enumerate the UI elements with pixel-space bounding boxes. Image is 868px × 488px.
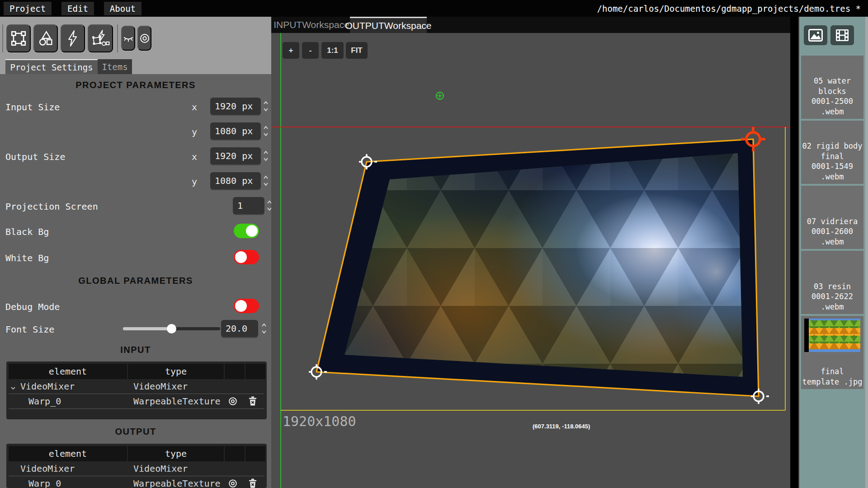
heading-input: INPUT — [0, 345, 271, 355]
workspace-area: INPUTWorkspace OUTPUTWorkspace — [271, 17, 790, 488]
transform-tool-button[interactable] — [6, 24, 31, 52]
output-size-y-field[interactable]: 1080 px — [210, 172, 261, 189]
visibility-eye-icon[interactable] — [228, 479, 238, 488]
media-thumbnail — [804, 319, 860, 352]
media-panel: 05 water blocks 0001-2500 .webm 02 rigid… — [798, 17, 868, 488]
white-bg-toggle[interactable] — [234, 250, 259, 264]
film-strip-icon — [835, 29, 849, 42]
output-size-label: Output Size — [5, 151, 65, 162]
collapse-chevron-icon[interactable] — [10, 385, 16, 391]
warp-effects-tool-button[interactable] — [88, 24, 113, 52]
projection-screen-field[interactable]: 1 — [233, 197, 264, 214]
input-size-x-spinner[interactable] — [263, 99, 269, 113]
output-size-x-spinner[interactable] — [263, 149, 269, 163]
warp-effects-icon — [90, 29, 110, 48]
table-header-row: element type — [9, 364, 264, 379]
zoom-out-button[interactable]: - — [302, 42, 319, 59]
font-size-spinner[interactable] — [261, 322, 267, 335]
shapes-tool-button[interactable] — [33, 24, 58, 52]
column-header-element: element — [9, 446, 127, 461]
font-size-slider-filled[interactable] — [123, 327, 171, 330]
cursor-coordinates-label: (607.3119, -118.0645) — [533, 423, 590, 430]
column-header-blank — [225, 446, 245, 461]
menu-about[interactable]: About — [104, 2, 142, 15]
toolbar-separator — [117, 24, 118, 52]
tab-items[interactable]: Items — [98, 59, 132, 74]
media-filename: 05 water blocks 0001-2500 .webm — [801, 76, 863, 117]
panel-divider — [790, 17, 798, 488]
tab-project-settings[interactable]: Project Settings — [5, 59, 98, 74]
visibility-eye-icon[interactable] — [228, 396, 238, 406]
output-elements-table: element type VideoMixer VideoMixer Warp_… — [6, 444, 267, 488]
output-size-x-field[interactable]: 1920 px — [210, 147, 261, 164]
shapes-icon — [37, 29, 55, 47]
font-size-label: Font Size — [5, 324, 54, 335]
menu-project[interactable]: Project — [4, 2, 52, 15]
media-item-07-vidriera[interactable]: 07 vidriera 0001-2600 .webm — [801, 186, 863, 249]
input-size-y-spinner[interactable] — [263, 124, 269, 138]
image-icon — [808, 29, 823, 42]
type-cell: WarpeableTexture — [127, 478, 223, 488]
media-item-03-resin[interactable]: 03 resin 0001-2622 .webm — [801, 251, 863, 314]
menu-bar: Project Edit About /home/carlos/Document… — [0, 0, 868, 17]
projection-screen-spinner[interactable] — [266, 199, 271, 212]
delete-trash-icon[interactable] — [248, 396, 257, 406]
left-panel-tabstrip: Project Settings Items — [0, 59, 271, 74]
media-item-final-template[interactable]: final template .jpg — [801, 316, 863, 389]
media-filename: final template .jpg — [801, 366, 863, 387]
type-cell: WarpeableTexture — [127, 396, 223, 407]
transform-quad-icon — [9, 29, 28, 47]
media-filename: 07 vidriera 0001-2600 .webm — [801, 216, 863, 247]
toolbar-separator — [2, 24, 3, 52]
debug-mode-label: Debug Mode — [5, 301, 60, 312]
zoom-1-1-button[interactable]: 1:1 — [321, 42, 344, 59]
table-row[interactable]: Warp_0 WarpeableTexture — [9, 476, 264, 488]
add-image-button[interactable] — [804, 25, 827, 45]
column-header-blank — [225, 364, 245, 379]
table-row[interactable]: VideoMixer VideoMixer — [9, 379, 264, 394]
tools-toolbar — [0, 17, 271, 59]
media-item-02-rigid-body[interactable]: 02 rigid body final 0001-1549 .webm — [801, 121, 863, 184]
toggle-knob — [246, 225, 258, 237]
column-header-blank — [245, 446, 265, 461]
hide-all-button[interactable] — [121, 26, 135, 51]
output-size-x-axis: x — [192, 151, 197, 162]
column-header-blank — [245, 364, 265, 379]
show-all-button[interactable] — [137, 26, 151, 51]
add-video-button[interactable] — [830, 25, 854, 45]
heading-global-parameters: GLOBAL PARAMETERS — [0, 276, 271, 286]
font-size-slider-knob[interactable] — [167, 324, 176, 333]
output-size-y-spinner[interactable] — [263, 174, 269, 188]
input-size-label: Input Size — [5, 102, 60, 113]
zoom-in-button[interactable]: + — [283, 42, 299, 59]
table-row[interactable]: VideoMixer VideoMixer — [9, 461, 264, 476]
black-bg-toggle[interactable] — [234, 224, 259, 238]
delete-trash-icon[interactable] — [248, 479, 257, 488]
column-header-type: type — [128, 446, 224, 461]
column-header-element: element — [9, 364, 127, 379]
warped-texture-quad[interactable] — [285, 89, 790, 423]
effects-tool-button[interactable] — [61, 24, 85, 52]
element-name: VideoMixer — [20, 381, 75, 392]
menu-edit[interactable]: Edit — [61, 2, 94, 15]
media-item-05-water-blocks[interactable]: 05 water blocks 0001-2500 .webm — [801, 56, 863, 119]
debug-mode-toggle[interactable] — [234, 299, 259, 313]
table-row[interactable]: Warp_0 WarpeableTexture — [9, 394, 264, 409]
input-size-x-field[interactable]: 1920 px — [210, 98, 261, 115]
font-size-field[interactable]: 20.0 — [221, 320, 258, 337]
heading-project-parameters: PROJECT PARAMETERS — [0, 80, 271, 90]
input-size-y-field[interactable]: 1080 px — [210, 122, 261, 140]
element-cell: VideoMixer — [9, 463, 127, 474]
media-panel-scrollbar[interactable] — [865, 17, 868, 488]
left-panel: Project Settings Items PROJECT PARAMETER… — [0, 17, 271, 488]
media-filename: 03 resin 0001-2622 .webm — [801, 282, 863, 312]
column-header-type: type — [128, 364, 224, 379]
type-cell: VideoMixer — [127, 463, 223, 474]
eye-open-icon — [139, 33, 151, 44]
project-file-path: /home/carlos/Documentos/gdmapp_projects/… — [597, 4, 861, 14]
toggle-knob — [235, 251, 247, 263]
element-cell: VideoMixer — [9, 381, 127, 392]
zoom-fit-button[interactable]: FIT — [346, 42, 368, 59]
font-size-slider-track[interactable] — [171, 327, 220, 330]
eye-closed-icon — [123, 33, 134, 44]
